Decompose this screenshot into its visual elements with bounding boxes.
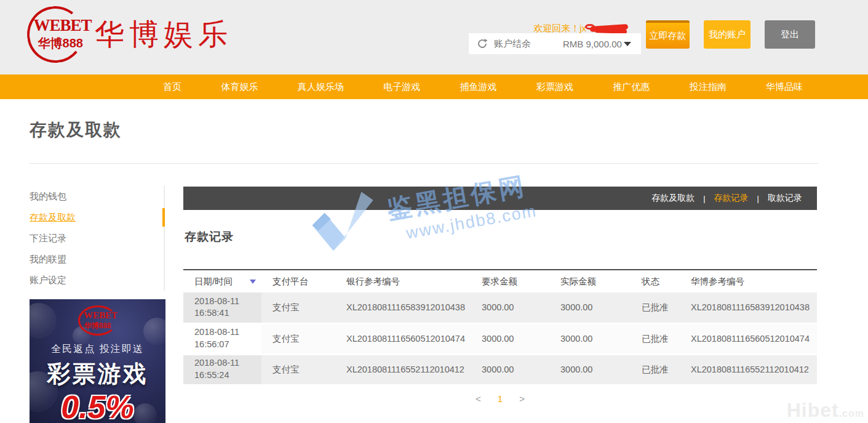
balance-value: RMB 9,000.00	[563, 39, 622, 49]
sidebar-item-label: 下注记录	[30, 233, 66, 244]
column-header-status: 状态	[631, 270, 680, 292]
title-divider	[30, 163, 818, 164]
column-header-bank-ref: 银行参考编号	[335, 270, 471, 292]
brand-logo[interactable]: WEBET 华博888 华博娱乐	[27, 6, 233, 63]
pagination-next[interactable]: >	[519, 393, 525, 404]
cell-platform: 支付宝	[261, 354, 335, 385]
cell-status: 已批准	[631, 292, 680, 323]
site-header: WEBET 华博888 华博娱乐 欢迎回来！jx 账户结余 RMB 9,000.…	[0, 0, 868, 75]
logo-ring-icon: WEBET 华博888	[24, 3, 86, 65]
sidebar: 我的钱包 存款及取款 下注记录 我的联盟 账户设定	[30, 186, 165, 291]
column-header-webet-ref: 华博参考编号	[680, 270, 817, 292]
page: WEBET 华博888 华博娱乐 欢迎回来！jx 账户结余 RMB 9,000.…	[0, 0, 868, 423]
cell-requested: 3000.00	[471, 354, 549, 385]
banner-title: 彩票游戏	[47, 358, 148, 390]
tab-deposit-withdrawal[interactable]: 存款及取款	[643, 193, 703, 204]
tab-withdrawal-records[interactable]: 取款记录	[759, 193, 811, 204]
nav-item-fishing[interactable]: 捕鱼游戏	[460, 81, 497, 93]
welcome-text: 欢迎回来！jx	[533, 23, 586, 33]
lottery-ball-decor	[30, 303, 57, 339]
page-title: 存款及取款	[30, 118, 122, 142]
nav-item-promotions[interactable]: 推广优惠	[613, 81, 650, 93]
banner-brand-text: WEBET	[84, 310, 117, 321]
active-indicator	[162, 208, 165, 227]
cell-status: 已批准	[631, 323, 680, 354]
logo-brand-text: WEBET	[34, 16, 92, 35]
nav-item-slots[interactable]: 电子游戏	[383, 81, 420, 93]
nav-item-webet-style[interactable]: 华博品味	[766, 81, 803, 93]
table-body: 2018-08-1116:58:41 支付宝 XL201808111658391…	[183, 292, 817, 385]
balance-widget: 账户结余 RMB 9,000.00	[469, 33, 641, 54]
refresh-icon[interactable]	[477, 38, 488, 49]
sidebar-item-label: 存款及取款	[30, 212, 76, 224]
cell-bank-ref: XL2018081116583912010438	[335, 292, 471, 323]
cell-datetime: 2018-08-1116:56:07	[183, 323, 261, 354]
sort-desc-icon[interactable]	[250, 280, 256, 284]
table-row: 2018-08-1116:55:24 支付宝 XL201808111655211…	[183, 354, 817, 385]
cell-platform: 支付宝	[261, 323, 335, 354]
cell-datetime: 2018-08-1116:55:24	[183, 354, 261, 385]
nav-item-betting-guide[interactable]: 投注指南	[690, 81, 727, 93]
table-row: 2018-08-1116:58:41 支付宝 XL201808111658391…	[183, 292, 817, 323]
pagination: < 1 >	[183, 393, 817, 404]
hibet-watermark-suffix: .com	[839, 408, 864, 419]
sidebar-item-label: 账户设定	[30, 275, 66, 286]
main-nav: 首页 体育娱乐 真人娱乐场 电子游戏 捕鱼游戏 彩票游戏 推广优惠 投注指南 华…	[0, 75, 868, 99]
balance-dropdown-caret-icon[interactable]	[624, 42, 631, 46]
deposit-now-button[interactable]: 立即存款	[646, 20, 690, 49]
cell-bank-ref: XL2018081116552112010412	[335, 354, 471, 385]
cell-requested: 3000.00	[471, 292, 549, 323]
sidebar-item-account-settings[interactable]: 账户设定	[30, 270, 164, 291]
cell-actual: 3000.00	[549, 323, 631, 354]
lottery-ball-decor	[133, 403, 157, 423]
nav-item-sports[interactable]: 体育娱乐	[221, 81, 258, 93]
section-title: 存款记录	[185, 229, 817, 245]
pagination-page-1[interactable]: 1	[498, 393, 503, 404]
banner-logo-icon: WEBET 华博888	[78, 305, 117, 336]
cell-webet-ref: XL2018081116560512010474	[680, 323, 817, 354]
table-header-row: 日期/时间 支付平台 银行参考编号 要求金额 实际金额 状态 华博参考编号	[183, 270, 817, 292]
deposit-records-table: 日期/时间 支付平台 银行参考编号 要求金额 实际金额 状态 华博参考编号 20…	[183, 269, 817, 386]
nav-item-lottery[interactable]: 彩票游戏	[536, 81, 573, 93]
tab-deposit-records[interactable]: 存款记录	[706, 193, 757, 204]
sidebar-item-label: 我的联盟	[30, 254, 66, 265]
redaction-scribble	[586, 24, 629, 34]
pagination-prev[interactable]: <	[476, 393, 481, 404]
nav-item-live-casino[interactable]: 真人娱乐场	[298, 81, 344, 93]
column-header-datetime[interactable]: 日期/时间	[183, 270, 261, 292]
column-header-platform: 支付平台	[261, 270, 335, 292]
nav-item-home[interactable]: 首页	[163, 81, 181, 93]
lottery-ball-decor	[143, 318, 165, 345]
cell-webet-ref: XL2018081116583912010438	[680, 292, 817, 323]
sidebar-item-deposit-withdrawal[interactable]: 存款及取款	[30, 207, 164, 228]
my-account-button[interactable]: 我的账户	[704, 20, 751, 49]
cell-status: 已批准	[631, 354, 680, 385]
cell-bank-ref: XL2018081116560512010474	[335, 323, 471, 354]
logo-brand-cn-text: 华博888	[38, 35, 83, 52]
column-header-requested-amount: 要求金额	[471, 270, 549, 292]
cell-datetime: 2018-08-1116:58:41	[183, 292, 261, 323]
sidebar-item-label: 我的钱包	[30, 191, 66, 203]
sidebar-item-my-wallet[interactable]: 我的钱包	[30, 186, 164, 207]
cell-platform: 支付宝	[261, 292, 335, 323]
tab-bar: 存款及取款 | 存款记录 | 取款记录	[183, 187, 817, 210]
banner-tagline: 全民返点 投注即送	[51, 343, 143, 356]
cell-requested: 3000.00	[471, 323, 549, 354]
balance-label: 账户结余	[494, 38, 531, 50]
logout-button[interactable]: 登出	[765, 20, 815, 49]
column-header-actual-amount: 实际金额	[549, 270, 631, 292]
sidebar-item-betting-records[interactable]: 下注记录	[30, 228, 164, 249]
cell-actual: 3000.00	[549, 354, 631, 385]
banner-brand-cn-text: 华博888	[84, 321, 111, 331]
banner-rate: 0.5%	[61, 391, 134, 423]
sidebar-item-my-alliance[interactable]: 我的联盟	[30, 249, 164, 270]
cell-actual: 3000.00	[549, 292, 631, 323]
content-panel: 存款及取款 | 存款记录 | 取款记录 存款记录 日期/时间 支付平台 银行参考…	[183, 187, 817, 404]
lottery-promo-banner[interactable]: WEBET 华博888 全民返点 投注即送 彩票游戏 0.5%	[30, 299, 165, 423]
header-buttons: 立即存款 我的账户 登出	[646, 20, 815, 49]
cell-webet-ref: XL2018081116552112010412	[680, 354, 817, 385]
site-name: 华博娱乐	[95, 15, 233, 54]
table-row: 2018-08-1116:56:07 支付宝 XL201808111656051…	[183, 323, 817, 354]
